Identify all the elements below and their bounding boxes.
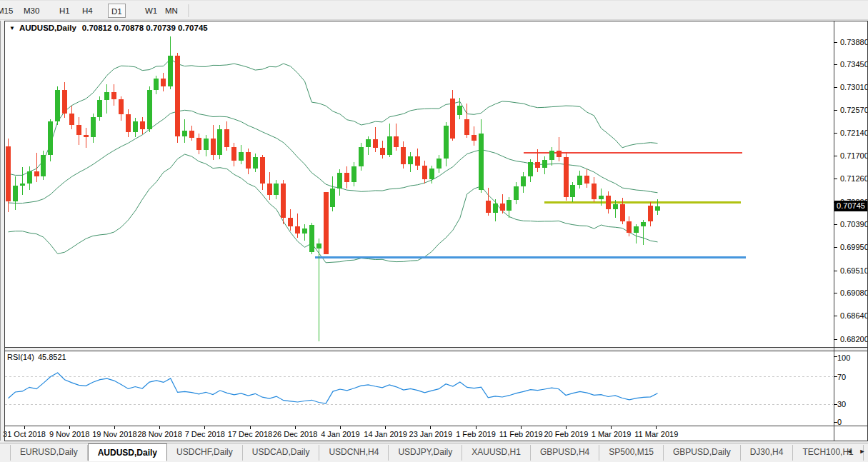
rsi-axis-label: 30 [837, 400, 846, 408]
price-axis-label: 0.68640 [840, 311, 868, 320]
price-axis-label: 0.72140 [840, 129, 868, 137]
tab-audusd-daily[interactable]: AUDUSD,Daily [88, 443, 167, 461]
tab-scroll-left-icon[interactable]: ◄ [845, 446, 854, 457]
tab-sp500-m15[interactable]: SP500,M15 [599, 445, 664, 461]
time-axis-label: 26 Dec 2018 [273, 430, 317, 438]
price-axis-label: 0.72570 [840, 106, 868, 114]
tab-scroll-arrows: ◄ ► [845, 446, 867, 457]
timeframe-button-mn[interactable]: MN [162, 4, 181, 18]
tab-gbpusd-daily[interactable]: GBPUSD,Daily [664, 445, 741, 461]
tab-gbpusd-h4[interactable]: GBPUSD,H4 [531, 445, 599, 461]
time-axis-label: 4 Jan 2019 [321, 430, 359, 438]
price-axis-label: 0.71700 [840, 151, 868, 160]
tab-scroll-right-icon[interactable]: ► [858, 446, 867, 457]
price-axis-label: 0.73880 [840, 38, 868, 46]
time-axis-label: 7 Dec 2018 [185, 430, 225, 438]
chart-symbol-label: AUDUSD,Daily [19, 24, 76, 32]
price-axis-label: 0.70390 [840, 220, 868, 229]
chart-dropdown-icon[interactable]: ▼ [9, 25, 15, 31]
tab-usdcnh-h4[interactable]: USDCNH,H4 [319, 445, 389, 461]
window-left-edge [0, 21, 1, 441]
rsi-name: RSI(14) [7, 353, 34, 361]
timeframe-button-m15[interactable]: M15 [0, 4, 16, 18]
chart-window [4, 21, 868, 441]
time-axis-label: 11 Mar 2019 [634, 430, 678, 438]
time-axis-label: 9 Nov 2018 [49, 430, 89, 438]
tab-xauusd-h1[interactable]: XAUUSD,H1 [462, 445, 531, 461]
price-axis-label: 0.71260 [840, 174, 868, 183]
timeframe-button-h4[interactable]: H4 [79, 4, 96, 18]
timeframe-button-m30[interactable]: M30 [21, 4, 42, 18]
time-axis-label: 1 Mar 2019 [592, 430, 632, 438]
price-axis-label: 0.69950 [840, 243, 868, 251]
rsi-axis-label: 70 [837, 373, 846, 381]
time-axis-label: 23 Jan 2019 [409, 430, 453, 438]
tab-dj30-h4[interactable]: DJ30,H4 [741, 445, 794, 461]
price-axis-label: 0.73010 [840, 83, 868, 91]
time-axis-label: 1 Feb 2019 [456, 430, 496, 438]
price-axis-label: 0.69080 [840, 288, 868, 297]
rsi-axis-label: 0 [837, 418, 842, 426]
timeframe-button-h1[interactable]: H1 [56, 4, 73, 18]
time-axis-label: 11 Feb 2019 [499, 430, 543, 438]
time-axis-label: 31 Oct 2018 [3, 430, 46, 438]
current-price-tag: 0.70745 [834, 201, 867, 211]
chart-ohlc-quotes: 0.70812 0.70878 0.70739 0.70745 [82, 24, 208, 32]
chart-title: ▼AUDUSD,Daily0.70812 0.70878 0.70739 0.7… [9, 24, 208, 32]
rsi-value: 45.8521 [38, 353, 66, 361]
tab-usdchf-daily[interactable]: USDCHF,Daily [167, 445, 243, 461]
toolbar-separator [189, 4, 190, 17]
time-axis-label: 17 Dec 2018 [228, 430, 272, 438]
tab-usdjpy-daily[interactable]: USDJPY,Daily [389, 445, 462, 461]
time-axis-label: 20 Feb 2019 [544, 430, 589, 438]
time-axis-label: 28 Nov 2018 [137, 430, 181, 438]
tab-usdcad-daily[interactable]: USDCAD,Daily [243, 445, 320, 461]
time-axis-label: 14 Jan 2019 [364, 430, 407, 438]
timeframe-button-d1[interactable]: D1 [108, 4, 126, 18]
price-axis-label: 0.73450 [840, 60, 868, 69]
timeframe-toolbar: M15M30H1H4D1W1MN [0, 0, 868, 20]
price-axis-label: 0.69510 [840, 266, 868, 275]
tab-eurusd-daily[interactable]: EURUSD,Daily [10, 445, 88, 461]
chart-tab-bar: EURUSD,DailyAUDUSD,DailyUSDCHF,DailyUSDC… [0, 443, 868, 462]
price-axis-label: 0.68200 [840, 335, 868, 343]
time-axis-label: 19 Nov 2018 [92, 430, 136, 438]
rsi-indicator-label: RSI(14)45.8521 [7, 353, 70, 361]
rsi-axis-label: 100 [837, 353, 850, 362]
timeframe-button-w1[interactable]: W1 [142, 4, 160, 18]
